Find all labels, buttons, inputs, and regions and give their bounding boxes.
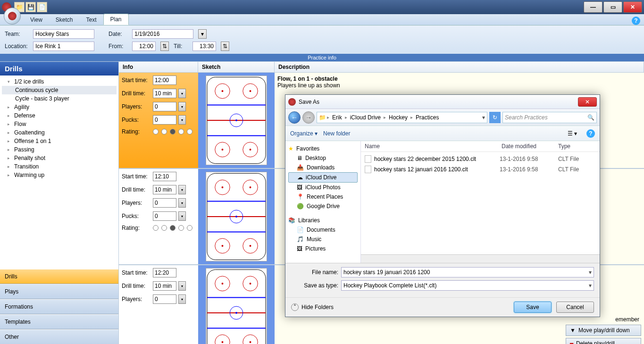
close-button[interactable]: ✕ bbox=[623, 1, 642, 13]
app-menu-button[interactable] bbox=[4, 8, 21, 25]
start-input[interactable] bbox=[153, 268, 176, 277]
nav-item[interactable]: 📍Recent Places bbox=[288, 192, 358, 201]
tab-text[interactable]: Text bbox=[79, 15, 103, 25]
tree-node[interactable]: ▸Goaltending bbox=[2, 128, 117, 137]
file-row[interactable]: hockey stars 22 december 2015 1200.clt13… bbox=[365, 154, 596, 164]
crumb-1[interactable]: iCloud Drive bbox=[348, 114, 383, 121]
file-list[interactable]: hockey stars 22 december 2015 1200.clt13… bbox=[361, 152, 600, 254]
drill-input[interactable] bbox=[153, 281, 176, 291]
tree-child[interactable]: Continuous cycle bbox=[2, 86, 117, 94]
pucks-input[interactable] bbox=[153, 211, 176, 221]
drill-tree[interactable]: ▾1/2 ice drillsContinuous cycleCycle - b… bbox=[0, 76, 118, 269]
cancel-button[interactable]: Cancel bbox=[556, 302, 594, 313]
new-folder-button[interactable]: New folder bbox=[323, 130, 350, 137]
rating-dots[interactable] bbox=[153, 129, 192, 134]
start-input[interactable] bbox=[153, 76, 176, 85]
nav-item[interactable]: 📥Downloads bbox=[288, 163, 358, 172]
nav-item[interactable]: 🖥Desktop bbox=[288, 153, 358, 163]
drill-input[interactable] bbox=[153, 185, 176, 194]
minimize-button[interactable]: — bbox=[584, 1, 602, 13]
breadcrumb-bar[interactable]: 📁 ▸ Erik▸ iCloud Drive▸ Hockey▸ Practice… bbox=[317, 112, 487, 123]
savetype-dropdown-icon[interactable]: ▾ bbox=[589, 282, 592, 289]
sketch-cell[interactable] bbox=[198, 169, 275, 264]
file-header-date[interactable]: Date modified bbox=[502, 143, 558, 150]
delete-button[interactable]: ━Delete play/drill bbox=[566, 338, 641, 344]
filename-dropdown-icon[interactable]: ▾ bbox=[589, 269, 592, 276]
quick-new-icon[interactable]: 📄 bbox=[37, 2, 47, 12]
pucks-dropdown-icon[interactable]: ▾ bbox=[178, 211, 186, 221]
organize-button[interactable]: Organize ▾ bbox=[290, 130, 318, 137]
players-dropdown-icon[interactable]: ▾ bbox=[178, 102, 186, 111]
from-spinner-icon[interactable]: ⇅ bbox=[160, 42, 169, 51]
maximize-button[interactable]: ▭ bbox=[603, 1, 622, 13]
nav-item[interactable]: 🖼Pictures bbox=[288, 244, 358, 253]
tree-node[interactable]: ▸Passing bbox=[2, 145, 117, 154]
help-icon[interactable]: ? bbox=[632, 17, 640, 25]
dialog-nav-tree[interactable]: ★Favorites 🖥Desktop📥Downloads☁iCloud Dri… bbox=[285, 141, 361, 263]
nav-item[interactable]: 📄Documents bbox=[288, 225, 358, 235]
quick-save-icon[interactable]: 💾 bbox=[25, 2, 36, 12]
nav-item[interactable]: 🖼iCloud Photos bbox=[288, 183, 358, 192]
tab-plan[interactable]: Plan bbox=[103, 14, 129, 25]
drill-dropdown-icon[interactable]: ▾ bbox=[178, 89, 186, 98]
hide-folders-button[interactable]: ˄Hide Folders bbox=[291, 303, 334, 311]
drill-dropdown-icon[interactable]: ▾ bbox=[178, 185, 186, 194]
nav-item[interactable]: 🟢Google Drive bbox=[288, 201, 358, 211]
crumb-3[interactable]: Practices bbox=[414, 114, 441, 121]
dialog-help-icon[interactable]: ? bbox=[586, 129, 595, 138]
nav-templates[interactable]: Templates bbox=[0, 314, 118, 329]
move-down-button[interactable]: ▼Move play/drill down bbox=[566, 325, 641, 336]
nav-back-button[interactable]: ← bbox=[288, 111, 301, 124]
nav-plays[interactable]: Plays bbox=[0, 284, 118, 299]
file-header-type[interactable]: Type bbox=[558, 143, 596, 150]
players-dropdown-icon[interactable]: ▾ bbox=[178, 294, 186, 304]
players-input[interactable] bbox=[153, 198, 176, 208]
sketch-cell[interactable] bbox=[198, 73, 275, 168]
drill-input[interactable] bbox=[153, 89, 176, 98]
file-header-name[interactable]: Name bbox=[365, 143, 502, 150]
tree-node[interactable]: ▸Agility bbox=[2, 103, 117, 111]
sketch-cell[interactable] bbox=[198, 265, 275, 344]
crumb-dropdown-icon[interactable]: ▾ bbox=[482, 114, 485, 121]
tree-node[interactable]: ▸Penalty shot bbox=[2, 154, 117, 162]
save-button[interactable]: Save bbox=[514, 302, 552, 313]
horizontal-scrollbar[interactable] bbox=[361, 254, 600, 263]
location-input[interactable] bbox=[33, 42, 94, 51]
search-input[interactable]: Search Practices 🔍 bbox=[502, 112, 597, 123]
savetype-input[interactable]: Hockey Playbook Complete List(*.clt)▾ bbox=[341, 280, 594, 291]
crumb-0[interactable]: Erik bbox=[330, 114, 344, 121]
players-input[interactable] bbox=[153, 102, 176, 111]
pucks-dropdown-icon[interactable]: ▾ bbox=[178, 115, 186, 125]
drill-dropdown-icon[interactable]: ▾ bbox=[178, 281, 186, 291]
refresh-button[interactable]: ↻ bbox=[489, 112, 501, 123]
filename-input[interactable]: hockey stars 19 januari 2016 1200▾ bbox=[341, 267, 594, 277]
nav-item[interactable]: 🎵Music bbox=[288, 235, 358, 244]
file-row[interactable]: hockey stars 12 januari 2016 1200.clt13-… bbox=[365, 164, 596, 175]
tree-node[interactable]: ▸Warming up bbox=[2, 171, 117, 179]
tree-node[interactable]: ▾1/2 ice drills bbox=[2, 77, 117, 86]
players-input[interactable] bbox=[153, 294, 176, 304]
tab-view[interactable]: View bbox=[24, 15, 49, 25]
nav-other[interactable]: Other bbox=[0, 329, 118, 344]
nav-drills[interactable]: Drills bbox=[0, 269, 118, 284]
players-dropdown-icon[interactable]: ▾ bbox=[178, 198, 186, 208]
nav-formations[interactable]: Formations bbox=[0, 299, 118, 314]
crumb-2[interactable]: Hockey bbox=[387, 114, 410, 121]
pucks-input[interactable] bbox=[153, 115, 176, 125]
view-options-button[interactable]: ☰ ▾ bbox=[568, 130, 577, 137]
rating-dots[interactable] bbox=[153, 225, 192, 231]
tree-node[interactable]: ▸Offense 1 on 1 bbox=[2, 137, 117, 145]
tab-sketch[interactable]: Sketch bbox=[49, 15, 80, 25]
date-input[interactable] bbox=[132, 29, 193, 39]
till-input[interactable] bbox=[192, 42, 216, 51]
nav-forward-button[interactable]: → bbox=[302, 111, 315, 124]
tree-child[interactable]: Cycle - basic 3 player bbox=[2, 94, 117, 103]
team-input[interactable] bbox=[33, 29, 94, 39]
tree-node[interactable]: ▸Defense bbox=[2, 111, 117, 120]
nav-item[interactable]: ☁iCloud Drive bbox=[288, 172, 358, 183]
tree-node[interactable]: ▸Transition bbox=[2, 162, 117, 171]
dialog-close-button[interactable]: ✕ bbox=[578, 97, 597, 107]
start-input[interactable] bbox=[153, 172, 176, 181]
till-spinner-icon[interactable]: ⇅ bbox=[221, 42, 229, 51]
from-input[interactable] bbox=[132, 42, 156, 51]
